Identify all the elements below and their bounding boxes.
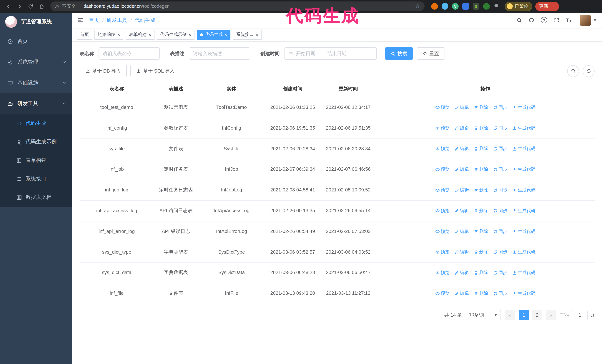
generate-code-action[interactable]: 生成代码 (512, 187, 536, 194)
sidebar-item-codegen-example[interactable]: 代码生成示例 (0, 133, 72, 151)
tab[interactable]: 链路追踪 × (95, 30, 123, 40)
search-icon[interactable] (516, 17, 522, 23)
generate-code-action[interactable]: 生成代码 (512, 228, 536, 235)
edit-action[interactable]: 编辑 (454, 125, 469, 132)
edit-action[interactable]: 编辑 (454, 269, 469, 276)
sync-action[interactable]: 同步 (493, 125, 507, 132)
next-page-button[interactable]: › (546, 310, 556, 320)
sidebar-item-form-builder[interactable]: 表单构建 (0, 151, 72, 170)
extension-icon[interactable] (483, 3, 490, 10)
update-button[interactable]: 更新 ⋮ (535, 2, 559, 11)
delete-action[interactable]: 删除 (474, 104, 488, 111)
forward-icon[interactable] (14, 1, 24, 11)
delete-action[interactable]: 删除 (474, 187, 488, 194)
preview-action[interactable]: 预览 (435, 125, 450, 132)
tab[interactable]: 首页 × (77, 30, 92, 40)
tab[interactable]: 代码生成 × (197, 30, 230, 40)
generate-code-action[interactable]: 生成代码 (512, 145, 536, 152)
sidebar-item-home[interactable]: 首页 (0, 31, 72, 52)
sync-action[interactable]: 同步 (493, 187, 507, 194)
delete-action[interactable]: 删除 (474, 269, 488, 276)
breadcrumb-devtools[interactable]: 研发工具 (107, 17, 128, 23)
import-sql-button[interactable]: 基于 SQL 导入 (130, 65, 181, 77)
close-icon[interactable]: × (256, 32, 258, 37)
page-number-button[interactable]: 1 (519, 310, 529, 320)
delete-action[interactable]: 删除 (474, 290, 488, 297)
home-icon[interactable] (36, 1, 47, 11)
reload-icon[interactable] (25, 1, 36, 11)
page-size-select[interactable]: 10条/页 ▼ (466, 310, 501, 320)
edit-action[interactable]: 编辑 (454, 249, 469, 256)
reset-button[interactable]: 重置 (417, 47, 445, 60)
help-icon[interactable]: ? (541, 17, 547, 23)
search-button[interactable]: 搜索 (385, 47, 413, 60)
vue-devtools-icon[interactable]: V (452, 3, 459, 10)
github-icon[interactable] (529, 17, 534, 23)
tab[interactable]: 系统接口 × (233, 30, 262, 40)
fullscreen-icon[interactable] (554, 17, 559, 23)
toggle-search-button[interactable] (567, 65, 579, 77)
extension-icon[interactable] (441, 3, 448, 10)
bookmark-star-icon[interactable]: ☆ (415, 3, 420, 10)
preview-action[interactable]: 预览 (435, 207, 450, 214)
generate-code-action[interactable]: 生成代码 (512, 249, 536, 256)
import-db-button[interactable]: 基于 DB 导入 (80, 65, 127, 77)
sidebar-item-devtools[interactable]: 研发工具 (0, 93, 72, 114)
generate-code-action[interactable]: 生成代码 (512, 125, 536, 132)
preview-action[interactable]: 预览 (435, 269, 450, 276)
delete-action[interactable]: 删除 (474, 207, 488, 214)
extension-icon[interactable] (462, 3, 469, 10)
preview-action[interactable]: 预览 (435, 249, 450, 256)
preview-action[interactable]: 预览 (435, 166, 450, 173)
kebab-menu-icon[interactable]: ⋮ (551, 4, 555, 9)
tab[interactable]: 表单构建 × (126, 30, 154, 40)
delete-action[interactable]: 删除 (474, 249, 488, 256)
breadcrumb-home[interactable]: 首页 (89, 17, 99, 23)
tab[interactable]: 代码生成示例 × (157, 30, 194, 40)
date-range-picker[interactable]: 开始日期 - 结束日期 (284, 47, 377, 60)
url-bar[interactable]: 不安全 dashboard.yudao.iocoder.cn/tool/code… (50, 1, 425, 11)
generate-code-action[interactable]: 生成代码 (512, 166, 536, 173)
edit-action[interactable]: 编辑 (454, 104, 469, 111)
delete-action[interactable]: 删除 (474, 125, 488, 132)
close-icon[interactable]: × (149, 32, 151, 37)
generate-code-action[interactable]: 生成代码 (512, 290, 536, 297)
preview-action[interactable]: 预览 (435, 187, 450, 194)
sidebar-item-api[interactable]: 系统接口 (0, 170, 72, 188)
sync-action[interactable]: 同步 (493, 290, 507, 297)
preview-action[interactable]: 预览 (435, 228, 450, 235)
preview-action[interactable]: 预览 (435, 104, 450, 111)
edit-action[interactable]: 编辑 (454, 145, 469, 152)
text-size-icon[interactable]: TT (566, 17, 572, 23)
sync-action[interactable]: 同步 (493, 145, 507, 152)
edit-action[interactable]: 编辑 (454, 228, 469, 235)
user-menu[interactable]: ▼ (580, 15, 597, 26)
delete-action[interactable]: 删除 (474, 166, 488, 173)
sync-action[interactable]: 同步 (493, 249, 507, 256)
sidebar-item-codegen[interactable]: 代码生成 (0, 114, 72, 133)
back-icon[interactable] (3, 1, 13, 11)
close-icon[interactable]: × (225, 32, 227, 37)
delete-action[interactable]: 删除 (474, 145, 488, 152)
close-icon[interactable]: × (118, 32, 120, 37)
sidebar-item-infra[interactable]: 基础设施 (0, 73, 72, 93)
refresh-table-button[interactable] (583, 65, 595, 77)
table-desc-input[interactable] (189, 47, 250, 60)
preview-action[interactable]: 预览 (435, 145, 450, 152)
sync-action[interactable]: 同步 (493, 166, 507, 173)
hamburger-icon[interactable] (77, 17, 84, 23)
page-number-button[interactable]: 2 (532, 310, 542, 320)
sidebar-item-db-doc[interactable]: 数据库文档 (0, 188, 72, 207)
preview-action[interactable]: 预览 (435, 290, 450, 297)
prev-page-button[interactable]: ‹ (505, 310, 515, 320)
generate-code-action[interactable]: 生成代码 (512, 104, 536, 111)
goto-page-input[interactable] (572, 310, 588, 320)
extension-icon[interactable]: $ (473, 3, 479, 10)
sync-action[interactable]: 同步 (493, 269, 507, 276)
generate-code-action[interactable]: 生成代码 (512, 269, 536, 276)
generate-code-action[interactable]: 生成代码 (512, 207, 536, 214)
sync-action[interactable]: 同步 (493, 228, 507, 235)
edit-action[interactable]: 编辑 (454, 187, 469, 194)
extension-icon[interactable] (431, 3, 438, 10)
table-name-input[interactable] (98, 47, 160, 60)
